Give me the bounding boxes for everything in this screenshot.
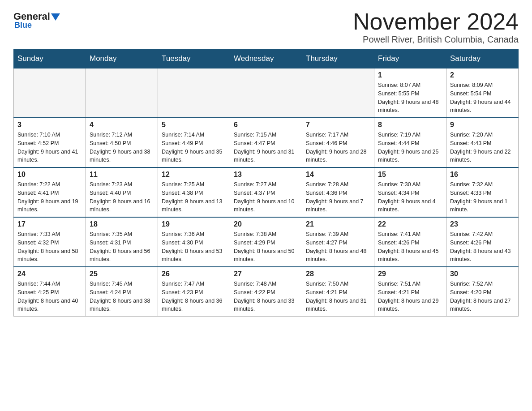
day-info: Sunrise: 7:39 AMSunset: 4:27 PMDaylight:… [306, 230, 370, 264]
day-number: 14 [306, 171, 370, 179]
calendar-cell: 8Sunrise: 7:19 AMSunset: 4:44 PMDaylight… [374, 118, 446, 167]
calendar-cell: 16Sunrise: 7:32 AMSunset: 4:33 PMDayligh… [446, 167, 519, 217]
day-number: 3 [17, 121, 82, 129]
day-number: 29 [378, 270, 442, 278]
col-header-friday: Friday [374, 50, 446, 68]
page-header: General Blue November 2024 Powell River,… [13, 9, 519, 45]
day-number: 22 [378, 220, 442, 228]
day-info: Sunrise: 7:33 AMSunset: 4:32 PMDaylight:… [17, 230, 82, 264]
calendar-cell: 20Sunrise: 7:38 AMSunset: 4:29 PMDayligh… [230, 217, 302, 267]
day-number: 18 [90, 220, 154, 228]
calendar-cell: 11Sunrise: 7:23 AMSunset: 4:40 PMDayligh… [86, 167, 158, 217]
day-number: 8 [378, 121, 442, 129]
day-number: 7 [306, 121, 370, 129]
day-number: 28 [306, 270, 370, 278]
day-info: Sunrise: 8:07 AMSunset: 5:55 PMDaylight:… [378, 81, 442, 115]
day-info: Sunrise: 7:44 AMSunset: 4:25 PMDaylight:… [17, 280, 82, 313]
day-number: 15 [378, 171, 442, 179]
logo-blue-text: Blue [14, 21, 32, 30]
day-number: 25 [90, 270, 154, 278]
calendar-cell: 2Sunrise: 8:09 AMSunset: 5:54 PMDaylight… [446, 68, 519, 118]
day-info: Sunrise: 7:42 AMSunset: 4:26 PMDaylight:… [450, 230, 515, 264]
day-number: 10 [17, 171, 82, 179]
day-info: Sunrise: 7:25 AMSunset: 4:38 PMDaylight:… [162, 180, 226, 214]
calendar-week-5: 24Sunrise: 7:44 AMSunset: 4:25 PMDayligh… [14, 267, 519, 317]
calendar-cell [230, 68, 302, 118]
day-number: 12 [162, 171, 226, 179]
logo: General Blue [13, 9, 60, 30]
calendar-week-3: 10Sunrise: 7:22 AMSunset: 4:41 PMDayligh… [14, 167, 519, 217]
day-info: Sunrise: 7:27 AMSunset: 4:37 PMDaylight:… [234, 180, 298, 214]
calendar-week-1: 1Sunrise: 8:07 AMSunset: 5:55 PMDaylight… [14, 68, 519, 118]
day-info: Sunrise: 7:28 AMSunset: 4:36 PMDaylight:… [306, 180, 370, 214]
calendar-cell: 4Sunrise: 7:12 AMSunset: 4:50 PMDaylight… [86, 118, 158, 167]
day-number: 24 [17, 270, 82, 278]
calendar-cell: 15Sunrise: 7:30 AMSunset: 4:34 PMDayligh… [374, 167, 446, 217]
day-info: Sunrise: 7:20 AMSunset: 4:43 PMDaylight:… [450, 131, 515, 164]
day-number: 5 [162, 121, 226, 129]
calendar-cell: 12Sunrise: 7:25 AMSunset: 4:38 PMDayligh… [158, 167, 230, 217]
day-info: Sunrise: 7:35 AMSunset: 4:31 PMDaylight:… [90, 230, 154, 264]
day-info: Sunrise: 8:09 AMSunset: 5:54 PMDaylight:… [450, 81, 515, 115]
calendar-week-4: 17Sunrise: 7:33 AMSunset: 4:32 PMDayligh… [14, 217, 519, 267]
calendar-cell: 27Sunrise: 7:48 AMSunset: 4:22 PMDayligh… [230, 267, 302, 317]
calendar-cell: 18Sunrise: 7:35 AMSunset: 4:31 PMDayligh… [86, 217, 158, 267]
calendar-table: SundayMondayTuesdayWednesdayThursdayFrid… [13, 49, 519, 317]
day-number: 21 [306, 220, 370, 228]
day-info: Sunrise: 7:47 AMSunset: 4:23 PMDaylight:… [162, 280, 226, 313]
day-number: 16 [450, 171, 515, 179]
day-info: Sunrise: 7:52 AMSunset: 4:20 PMDaylight:… [450, 280, 515, 313]
calendar-cell: 22Sunrise: 7:41 AMSunset: 4:26 PMDayligh… [374, 217, 446, 267]
day-number: 27 [234, 270, 298, 278]
day-info: Sunrise: 7:41 AMSunset: 4:26 PMDaylight:… [378, 230, 442, 264]
title-block: November 2024 Powell River, British Colu… [353, 9, 519, 45]
day-number: 13 [234, 171, 298, 179]
day-number: 20 [234, 220, 298, 228]
calendar-cell: 19Sunrise: 7:36 AMSunset: 4:30 PMDayligh… [158, 217, 230, 267]
day-number: 6 [234, 121, 298, 129]
day-number: 1 [378, 71, 442, 79]
day-info: Sunrise: 7:23 AMSunset: 4:40 PMDaylight:… [90, 180, 154, 214]
location-title: Powell River, British Columbia, Canada [353, 34, 519, 45]
day-number: 26 [162, 270, 226, 278]
calendar-cell [158, 68, 230, 118]
day-info: Sunrise: 7:10 AMSunset: 4:52 PMDaylight:… [17, 131, 82, 164]
calendar-cell: 14Sunrise: 7:28 AMSunset: 4:36 PMDayligh… [302, 167, 374, 217]
day-number: 23 [450, 220, 515, 228]
logo-triangle-icon [51, 13, 60, 21]
day-info: Sunrise: 7:30 AMSunset: 4:34 PMDaylight:… [378, 180, 442, 214]
col-header-tuesday: Tuesday [158, 50, 230, 68]
calendar-week-2: 3Sunrise: 7:10 AMSunset: 4:52 PMDaylight… [14, 118, 519, 167]
calendar-cell: 13Sunrise: 7:27 AMSunset: 4:37 PMDayligh… [230, 167, 302, 217]
calendar-cell: 9Sunrise: 7:20 AMSunset: 4:43 PMDaylight… [446, 118, 519, 167]
day-info: Sunrise: 7:17 AMSunset: 4:46 PMDaylight:… [306, 131, 370, 164]
day-number: 2 [450, 71, 515, 79]
day-info: Sunrise: 7:38 AMSunset: 4:29 PMDaylight:… [234, 230, 298, 264]
day-info: Sunrise: 7:14 AMSunset: 4:49 PMDaylight:… [162, 131, 226, 164]
col-header-thursday: Thursday [302, 50, 374, 68]
day-info: Sunrise: 7:15 AMSunset: 4:47 PMDaylight:… [234, 131, 298, 164]
day-info: Sunrise: 7:50 AMSunset: 4:21 PMDaylight:… [306, 280, 370, 313]
day-info: Sunrise: 7:12 AMSunset: 4:50 PMDaylight:… [90, 131, 154, 164]
calendar-cell: 1Sunrise: 8:07 AMSunset: 5:55 PMDaylight… [374, 68, 446, 118]
calendar-cell [14, 68, 86, 118]
col-header-wednesday: Wednesday [230, 50, 302, 68]
col-header-saturday: Saturday [446, 50, 519, 68]
calendar-cell: 7Sunrise: 7:17 AMSunset: 4:46 PMDaylight… [302, 118, 374, 167]
calendar-cell: 10Sunrise: 7:22 AMSunset: 4:41 PMDayligh… [14, 167, 86, 217]
calendar-cell: 26Sunrise: 7:47 AMSunset: 4:23 PMDayligh… [158, 267, 230, 317]
calendar-cell: 5Sunrise: 7:14 AMSunset: 4:49 PMDaylight… [158, 118, 230, 167]
day-number: 17 [17, 220, 82, 228]
calendar-cell: 29Sunrise: 7:51 AMSunset: 4:21 PMDayligh… [374, 267, 446, 317]
day-number: 4 [90, 121, 154, 129]
calendar-cell: 23Sunrise: 7:42 AMSunset: 4:26 PMDayligh… [446, 217, 519, 267]
calendar-cell: 21Sunrise: 7:39 AMSunset: 4:27 PMDayligh… [302, 217, 374, 267]
calendar-cell: 17Sunrise: 7:33 AMSunset: 4:32 PMDayligh… [14, 217, 86, 267]
day-info: Sunrise: 7:36 AMSunset: 4:30 PMDaylight:… [162, 230, 226, 264]
col-header-monday: Monday [86, 50, 158, 68]
day-number: 19 [162, 220, 226, 228]
day-number: 30 [450, 270, 515, 278]
calendar-cell: 3Sunrise: 7:10 AMSunset: 4:52 PMDaylight… [14, 118, 86, 167]
calendar-cell: 24Sunrise: 7:44 AMSunset: 4:25 PMDayligh… [14, 267, 86, 317]
calendar-header-row: SundayMondayTuesdayWednesdayThursdayFrid… [14, 50, 519, 68]
